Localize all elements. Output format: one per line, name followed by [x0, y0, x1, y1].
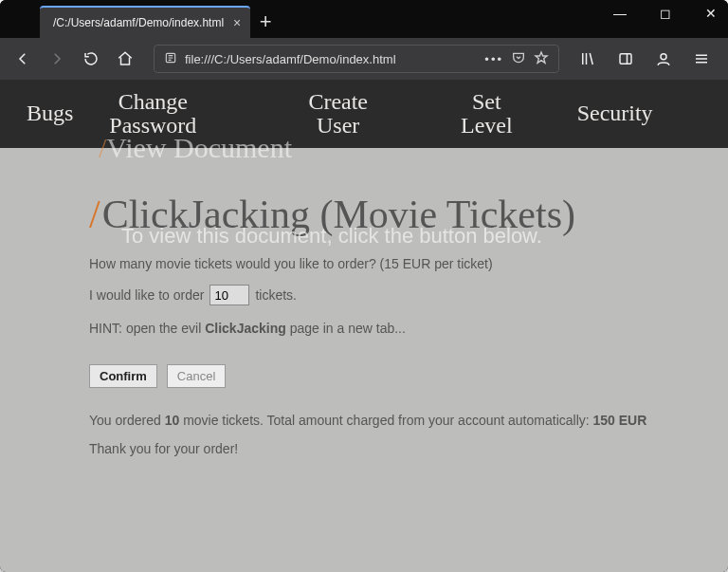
order-result: You ordered 10 movie tickets. Total amou… [89, 413, 728, 428]
nav-set-level[interactable]: Set Level [461, 90, 513, 138]
pocket-icon[interactable] [511, 50, 526, 68]
account-icon[interactable] [648, 44, 679, 74]
page-viewport: Bugs Change Password Create User Set Lev… [0, 80, 728, 572]
titlebar: /C:/Users/adamf/Demo/index.html × + — ◻ … [0, 0, 728, 38]
page-content: /ClickJacking (Movie Tickets) How many m… [0, 148, 728, 456]
close-tab-icon[interactable]: × [233, 15, 241, 30]
browser-window: /C:/Users/adamf/Demo/index.html × + — ◻ … [0, 0, 728, 572]
maximize-icon[interactable]: ◻ [654, 6, 677, 21]
page-heading: /ClickJacking (Movie Tickets) [89, 192, 728, 237]
hint-text: HINT: open the evil ClickJacking page in… [89, 321, 728, 336]
home-button[interactable] [110, 44, 140, 74]
window-controls: — ◻ ✕ [609, 6, 722, 21]
reload-button[interactable] [76, 44, 106, 74]
order-suffix: tickets. [255, 287, 297, 303]
svg-point-2 [661, 54, 666, 60]
nav-change-password[interactable]: Change Password [109, 90, 196, 138]
ticket-quantity-input[interactable] [209, 285, 249, 305]
menu-icon[interactable] [686, 44, 717, 74]
order-line: I would like to order tickets. [89, 285, 728, 305]
close-icon[interactable]: ✕ [700, 6, 722, 21]
confirm-button[interactable]: Confirm [89, 364, 157, 388]
url-text: file:///C:/Users/adamf/Demo/index.html [185, 52, 477, 66]
nav-create-user[interactable]: Create User [308, 90, 368, 138]
order-prefix: I would like to order [89, 287, 204, 303]
library-icon[interactable] [573, 44, 603, 74]
tab-title: /C:/Users/adamf/Demo/index.html [53, 16, 224, 29]
cancel-button[interactable]: Cancel [167, 364, 226, 388]
back-button[interactable] [8, 44, 38, 74]
browser-tab[interactable]: /C:/Users/adamf/Demo/index.html × [40, 6, 250, 38]
minimize-icon[interactable]: — [609, 6, 631, 21]
forward-button[interactable] [42, 44, 72, 74]
svg-rect-1 [620, 54, 631, 65]
url-bar[interactable]: file:///C:/Users/adamf/Demo/index.html •… [154, 45, 559, 73]
page-info-icon[interactable] [164, 51, 177, 67]
nav-bugs[interactable]: Bugs [27, 101, 73, 125]
site-nav: Bugs Change Password Create User Set Lev… [0, 80, 728, 148]
sidebar-icon[interactable] [610, 44, 641, 74]
browser-toolbar: file:///C:/Users/adamf/Demo/index.html •… [0, 38, 728, 80]
page-actions-icon[interactable]: ••• [484, 52, 503, 66]
bookmark-icon[interactable] [534, 50, 549, 68]
order-question: How many movie tickets would you like to… [89, 256, 728, 271]
nav-security[interactable]: Security [577, 101, 653, 125]
tab-strip: /C:/Users/adamf/Demo/index.html × + [0, 0, 281, 38]
thank-you: Thank you for your order! [89, 441, 728, 456]
new-tab-button[interactable]: + [250, 6, 281, 38]
